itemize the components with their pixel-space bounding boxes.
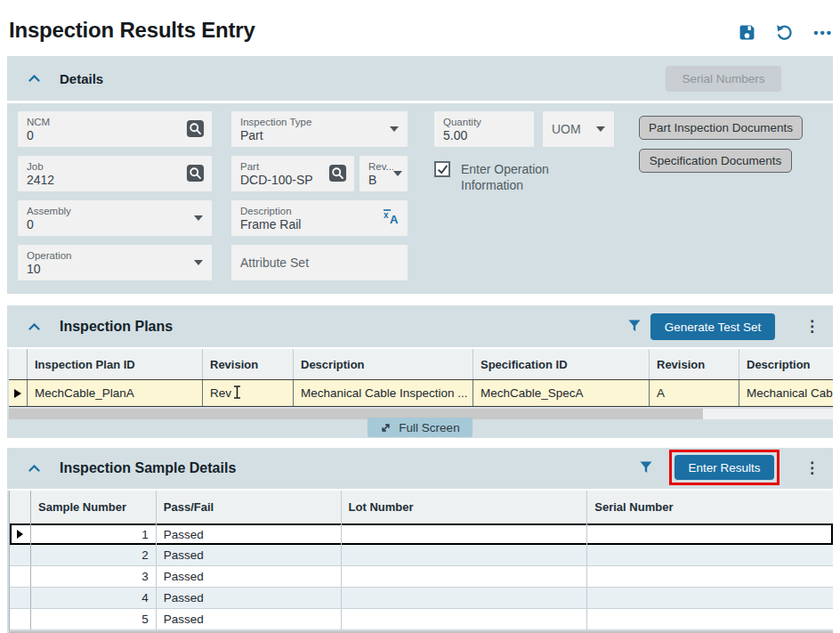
cell-inspection-plan-id[interactable]: MechCable_PlanA [28,380,203,406]
scrollbar-thumb[interactable] [9,409,703,419]
details-title: Details [60,71,103,86]
cell-serial-number[interactable] [587,523,833,545]
sample-details-table: Sample Number Pass/Fail Lot Number Seria… [9,491,833,630]
col-header-description-2[interactable]: Description [739,349,833,379]
cell-lot-number[interactable] [342,588,588,608]
filter-icon[interactable] [628,320,641,336]
job-label: Job [27,160,205,173]
enter-results-button[interactable]: Enter Results [674,455,774,480]
cell-pass-fail[interactable]: Passed [157,545,342,565]
row-indicator-gutter [10,491,31,523]
cell-pass-fail[interactable]: Passed [157,588,342,608]
sample-row-3[interactable]: 3 Passed [10,566,833,588]
cell-pass-fail[interactable]: Passed [157,609,342,629]
operation-label: Operation [27,249,205,262]
plans-header-row: Inspection Plan ID Revision Description … [9,349,833,379]
col-header-inspection-plan-id[interactable]: Inspection Plan ID [28,349,203,379]
col-header-sample-number[interactable]: Sample Number [31,491,157,523]
cell-description[interactable]: Mechanical Cable Inspection ... [294,380,473,406]
inspection-type-field[interactable]: Inspection Type Part [231,111,408,147]
serial-numbers-button[interactable]: Serial Numbers [666,66,781,92]
row-gutter [10,566,31,587]
more-options-icon[interactable]: ••• [813,26,833,39]
sample-details-title: Inspection Sample Details [60,460,236,476]
col-header-serial-number[interactable]: Serial Number [587,491,833,523]
description-field[interactable]: Description Frame Rail x A [231,200,408,236]
rev-field[interactable]: Rev... B [359,156,408,191]
cell-serial-number[interactable] [587,545,833,565]
plans-table-row[interactable]: MechCable_PlanA Rev Mechanical Cable Ins… [9,379,833,407]
sample-row-4[interactable]: 4 Passed [10,588,833,609]
checkbox-label-line2: Information [461,178,523,192]
part-search-icon[interactable] [328,164,347,186]
part-inspection-documents-button[interactable]: Part Inspection Documents [639,116,803,140]
row-indicator-gutter [9,349,28,379]
assembly-field[interactable]: Assembly 0 [18,200,212,236]
specification-documents-button[interactable]: Specification Documents [639,149,792,173]
cell-revision[interactable]: Rev [203,380,294,406]
full-screen-button[interactable]: Full Screen [368,418,472,437]
col-header-pass-fail[interactable]: Pass/Fail [157,491,342,523]
col-header-description[interactable]: Description [294,349,473,379]
cell-serial-number[interactable] [587,609,833,629]
attribute-set-field[interactable]: Attribute Set [231,245,408,280]
cell-sample-number[interactable]: 4 [31,588,157,608]
panel-menu-icon[interactable]: ⋮ [804,319,820,334]
row-gutter [10,609,31,629]
col-header-revision[interactable]: Revision [203,349,294,379]
operation-dropdown-icon[interactable] [194,260,203,265]
svg-text:x: x [384,210,389,220]
uom-field[interactable]: UOM [543,111,614,147]
inspection-sample-details-panel: Inspection Sample Details Enter Results … [7,448,833,633]
undo-icon[interactable] [775,23,794,41]
cell-specification-id[interactable]: MechCable_SpecA [473,380,650,406]
cell-serial-number[interactable] [587,566,833,587]
enter-operation-info-checkbox[interactable] [434,161,450,177]
cell-lot-number[interactable] [342,523,588,545]
sample-row-2[interactable]: 2 Passed [10,545,833,566]
ncm-value: 0 [27,128,205,143]
inspection-type-dropdown-icon[interactable] [390,126,399,132]
job-field[interactable]: Job 2412 [18,156,212,191]
job-search-icon[interactable] [186,164,205,186]
expand-icon [380,422,392,434]
col-header-revision-2[interactable]: Revision [650,349,739,379]
rev-dropdown-icon[interactable] [393,171,402,176]
panel-menu-icon[interactable]: ⋮ [804,460,820,475]
cell-sample-number[interactable]: 2 [31,545,157,565]
save-icon[interactable] [739,24,755,41]
svg-text:A: A [390,213,399,226]
sample-row-1[interactable]: 1 Passed [10,523,833,545]
collapse-chevron-icon[interactable] [28,75,40,82]
uom-dropdown-icon[interactable] [596,126,605,132]
col-header-lot-number[interactable]: Lot Number [342,491,588,523]
cell-sample-number[interactable]: 1 [31,523,157,545]
cell-lot-number[interactable] [342,545,588,565]
filter-icon[interactable] [640,461,652,477]
cell-description-2[interactable]: Mechanical Cable [739,380,833,406]
cell-sample-number[interactable]: 3 [31,566,157,587]
full-screen-label: Full Screen [399,421,459,434]
cell-lot-number[interactable] [342,609,588,629]
quantity-field[interactable]: Quantity 5.00 [434,111,534,147]
quantity-label: Quantity [443,116,527,128]
ncm-search-icon[interactable] [186,119,205,142]
translate-icon[interactable]: x A [381,207,400,230]
cell-pass-fail[interactable]: Passed [157,523,342,545]
col-header-specification-id[interactable]: Specification ID [473,349,650,379]
collapse-chevron-icon[interactable] [28,323,40,330]
cell-revision-2[interactable]: A [650,380,739,406]
assembly-dropdown-icon[interactable] [194,215,203,221]
cell-sample-number[interactable]: 5 [31,609,157,629]
cell-pass-fail[interactable]: Passed [157,566,342,587]
generate-test-set-button[interactable]: Generate Test Set [650,313,775,340]
sample-row-5[interactable]: 5 Passed [10,609,833,630]
samples-header-row: Sample Number Pass/Fail Lot Number Seria… [10,491,833,523]
part-field[interactable]: Part DCD-100-SP [231,156,354,191]
inspection-plans-table: Inspection Plan ID Revision Description … [9,349,833,407]
collapse-chevron-icon[interactable] [28,465,40,472]
cell-lot-number[interactable] [342,566,588,587]
operation-field[interactable]: Operation 10 [18,245,212,280]
ncm-field[interactable]: NCM 0 [18,111,212,147]
cell-serial-number[interactable] [587,588,833,608]
